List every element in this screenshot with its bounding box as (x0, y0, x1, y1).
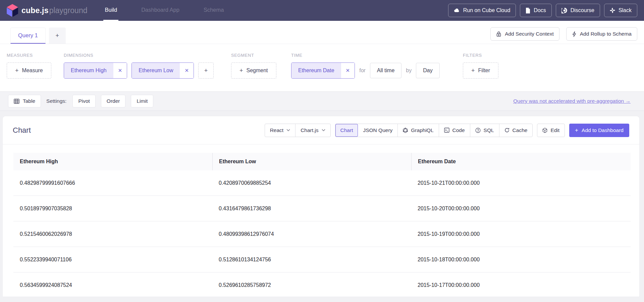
table-cell: 2015-10-17T00:00:00.000 (411, 272, 631, 297)
bolt-icon (572, 31, 577, 37)
chevron-down-icon (322, 129, 325, 131)
table-cell: 2015-10-20T00:00:00.000 (411, 196, 631, 221)
order-button[interactable]: Order (101, 95, 126, 107)
query-tab-bar: Query 1 + Add Security Context Add Rollu… (0, 21, 644, 44)
table-cell: 0.4208970069885254 (212, 170, 411, 196)
framework-select[interactable]: React (265, 124, 296, 137)
preaggregation-link[interactable]: Query was not accelerated with pre-aggre… (513, 98, 631, 104)
table-row: 0.5634599924087524 0.5269610285758972 20… (13, 272, 631, 297)
table-cell: 2015-10-21T00:00:00.000 (411, 170, 631, 196)
tab-cache[interactable]: Cache (499, 124, 533, 137)
nav-tab-schema[interactable]: Schema (202, 0, 225, 21)
table-cell: 2015-10-18T00:00:00.000 (411, 247, 631, 272)
plus-icon: + (204, 67, 208, 74)
add-segment-button[interactable]: + Segment (231, 62, 276, 79)
table-cell: 0.5269610285758972 (212, 272, 411, 297)
chart-panel-header: Chart React Chart.js Chart JSON (3, 116, 639, 144)
settings-label: Settings: (46, 98, 66, 104)
add-security-context-label: Add Security Context (505, 31, 554, 37)
chip-label[interactable]: Ethereum Low (132, 63, 180, 78)
add-rollup-to-schema-label: Add Rollup to Schema (580, 31, 632, 37)
limit-button[interactable]: Limit (131, 95, 153, 107)
graphql-icon (403, 128, 408, 133)
edit-button[interactable]: Edit (537, 124, 565, 137)
tab-chart[interactable]: Chart (335, 124, 358, 137)
granularity-button[interactable]: Day (416, 63, 439, 78)
dimension-chip[interactable]: Ethereum Low ✕ (131, 62, 194, 79)
nav-tabs: Build Dashboard App Schema (103, 0, 225, 21)
table-cell: 2015-10-19T00:00:00.000 (411, 221, 631, 247)
lock-icon (496, 31, 501, 37)
time-section: TIME Ethereum Date ✕ for All time by Day (291, 53, 440, 79)
docs-label: Docs (534, 7, 546, 13)
add-security-context-button[interactable]: Add Security Context (490, 27, 559, 41)
close-icon: ✕ (184, 68, 189, 74)
discourse-button[interactable]: Discourse (556, 4, 600, 17)
edit-label: Edit (550, 127, 559, 133)
table-row: 0.5215460062026978 0.48099398612976074 2… (13, 221, 631, 247)
header-cell-ethereum-low[interactable]: Ethereum Low (212, 153, 411, 170)
chip-label[interactable]: Ethereum High (64, 63, 113, 78)
date-range-button[interactable]: All time (370, 63, 401, 78)
table-row: 0.5018979907035828 0.4316479861736298 20… (13, 196, 631, 221)
remove-chip-button[interactable]: ✕ (341, 63, 355, 78)
slack-label: Slack (619, 7, 632, 13)
query-tab-actions: Add Security Context Add Rollup to Schem… (490, 27, 637, 44)
docs-button[interactable]: Docs (520, 4, 551, 17)
header-cell-ethereum-date[interactable]: Ethereum Date (411, 153, 631, 170)
table-cell: 0.5018979907035828 (13, 196, 212, 221)
library-select[interactable]: Chart.js (295, 124, 330, 137)
navbar: cube.jsplayground Build Dashboard App Sc… (0, 0, 644, 21)
slack-button[interactable]: Slack (604, 4, 637, 17)
settings-bar: Table Settings: Pivot Order Limit Query … (0, 91, 644, 111)
add-measure-label: Measure (22, 68, 43, 74)
segment-label: SEGMENT (231, 53, 276, 58)
chevron-down-icon (286, 129, 290, 131)
pivot-button[interactable]: Pivot (72, 95, 95, 107)
add-filter-label: Filter (478, 68, 490, 74)
table-cell: 0.5522339940071106 (13, 247, 212, 272)
add-measure-button[interactable]: + Measure (7, 62, 51, 79)
table-cell: 0.48298799991607666 (13, 170, 212, 196)
logo-text: cube.js (21, 6, 49, 15)
table-cell: 0.5215460062026978 (13, 221, 212, 247)
nav-tab-dashboard-app[interactable]: Dashboard App (140, 0, 181, 21)
tab-code[interactable]: Code (439, 124, 470, 137)
query-tab[interactable]: Query 1 (10, 28, 46, 44)
tab-graphiql[interactable]: GraphiQL (397, 124, 438, 137)
close-icon: ✕ (118, 68, 122, 74)
header-cell-ethereum-high[interactable]: Ethereum High (13, 153, 212, 170)
document-icon (526, 8, 530, 13)
library-value: Chart.js (301, 127, 318, 133)
table-view-button[interactable]: Table (8, 95, 41, 107)
time-dimension-chip[interactable]: Ethereum Date ✕ (291, 62, 355, 79)
results-table: Ethereum High Ethereum Low Ethereum Date… (13, 153, 631, 297)
remove-chip-button[interactable]: ✕ (180, 63, 194, 78)
nav-tab-build[interactable]: Build (103, 0, 118, 21)
plus-icon: + (55, 32, 59, 39)
add-rollup-to-schema-button[interactable]: Add Rollup to Schema (566, 27, 637, 41)
query-builder: MEASURES + Measure DIMENSIONS Ethereum H… (0, 44, 644, 91)
tab-graphiql-label: GraphiQL (411, 127, 433, 133)
cube-logo-icon (7, 4, 18, 17)
tab-cache-label: Cache (513, 127, 528, 133)
view-tabs: Chart JSON Query GraphiQL (335, 124, 533, 137)
remove-chip-button[interactable]: ✕ (113, 63, 127, 78)
discourse-icon (561, 8, 567, 13)
table-icon (14, 99, 19, 104)
tab-sql[interactable]: SQL (470, 124, 499, 137)
dimensions-section: DIMENSIONS Ethereum High ✕ Ethereum Low … (64, 53, 214, 79)
dimension-chip[interactable]: Ethereum High ✕ (64, 62, 127, 79)
table-row: 0.5522339940071106 0.5128610134124756 20… (13, 247, 631, 272)
chip-label[interactable]: Ethereum Date (291, 63, 341, 78)
logo[interactable]: cube.jsplayground (7, 0, 87, 21)
add-query-tab-button[interactable]: + (49, 28, 66, 44)
add-to-dashboard-button[interactable]: + Add to Dashboard (569, 124, 629, 137)
add-dimension-button[interactable]: + (198, 62, 214, 79)
tab-json-query[interactable]: JSON Query (358, 124, 397, 137)
add-filter-button[interactable]: + Filter (463, 62, 498, 79)
sandbox-cube-icon (542, 128, 547, 133)
discourse-label: Discourse (571, 7, 594, 13)
run-on-cube-cloud-button[interactable]: Run on Cube Cloud (448, 4, 516, 17)
code-icon (444, 128, 449, 133)
